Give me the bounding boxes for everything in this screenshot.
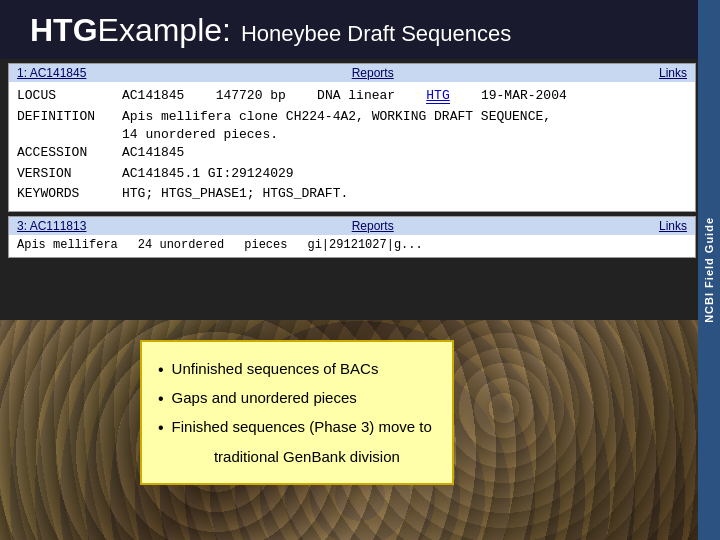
title-bar: HTG Example: Honeybee Draft Sequences (0, 0, 720, 59)
record-body-1: LOCUS AC141845 147720 bp DNA linear HTG … (9, 82, 695, 211)
record2-number-link[interactable]: 3: AC111813 (17, 219, 86, 233)
record-links-link[interactable]: Links (659, 66, 687, 80)
popup-item-2: • Gaps and unordered pieces (158, 385, 432, 412)
definition-label: DEFINITION (17, 107, 122, 127)
popup-text-3: Finished sequences (Phase 3) move to (172, 414, 432, 440)
popup-text-2: Gaps and unordered pieces (172, 385, 357, 411)
ncbi-label: NCBI Field Guide (703, 217, 715, 323)
title-htg: HTG (30, 12, 98, 49)
version-label: VERSION (17, 164, 122, 184)
title-example: Example: (98, 12, 231, 49)
keywords-row: KEYWORDS HTG; HTGS_PHASE1; HTGS_DRAFT. (17, 184, 687, 204)
popup-item-1: • Unfinished sequences of BACs (158, 356, 432, 383)
record2-col4: gi|29121027|g... (307, 238, 422, 252)
record-reports-link[interactable]: Reports (352, 66, 394, 80)
record-panel-1: 1: AC141845 Reports Links LOCUS AC141845… (8, 63, 696, 212)
popup-item-4: traditional GenBank division (158, 444, 432, 470)
record-panel-2: 3: AC111813 Reports Links Apis mellifera… (8, 216, 696, 258)
ncbi-sidebar: NCBI Field Guide (698, 0, 720, 540)
record2-col3: pieces (244, 238, 287, 252)
record2-col1: Apis mellifera (17, 238, 118, 252)
bullet-3: • (158, 414, 164, 441)
definition-value: Apis mellifera clone CH224-4A2, WORKING … (122, 107, 687, 127)
record2-links-link[interactable]: Links (659, 219, 687, 233)
locus-label: LOCUS (17, 86, 122, 106)
accession-label: ACCESSION (17, 143, 122, 163)
record-header-1: 1: AC141845 Reports Links (9, 64, 695, 82)
record-body-2: Apis mellifera 24 unordered pieces gi|29… (9, 235, 695, 255)
definition-continuation: 14 unordered pieces. (17, 127, 687, 142)
record-header-2: 3: AC111813 Reports Links (9, 217, 695, 235)
locus-row: LOCUS AC141845 147720 bp DNA linear HTG … (17, 86, 687, 106)
popup-item-3: • Finished sequences (Phase 3) move to (158, 414, 432, 441)
keywords-value: HTG; HTGS_PHASE1; HTGS_DRAFT. (122, 184, 687, 204)
record2-col2: 24 unordered (138, 238, 224, 252)
record2-reports-link[interactable]: Reports (352, 219, 394, 233)
accession-value: AC141845 (122, 143, 687, 163)
main-wrapper: HTG Example: Honeybee Draft Sequences 1:… (0, 0, 720, 540)
popup-text-1: Unfinished sequences of BACs (172, 356, 379, 382)
definition-row: DEFINITION Apis mellifera clone CH224-4A… (17, 107, 687, 127)
title-subtitle: Honeybee Draft Sequences (241, 21, 511, 47)
locus-bp: 147720 bp (216, 88, 286, 103)
record-number-link[interactable]: 1: AC141845 (17, 66, 86, 80)
locus-htg-link[interactable]: HTG (426, 88, 449, 104)
locus-accession: AC141845 (122, 88, 184, 103)
accession-row: ACCESSION AC141845 (17, 143, 687, 163)
popup-text-4: traditional GenBank division (214, 448, 400, 465)
popup-box: • Unfinished sequences of BACs • Gaps an… (140, 340, 454, 485)
locus-value: AC141845 147720 bp DNA linear HTG 19-MAR… (122, 86, 687, 106)
locus-type: DNA linear (317, 88, 395, 103)
locus-date: 19-MAR-2004 (481, 88, 567, 103)
keywords-label: KEYWORDS (17, 184, 122, 204)
bullet-1: • (158, 356, 164, 383)
version-value: AC141845.1 GI:29124029 (122, 164, 687, 184)
version-row: VERSION AC141845.1 GI:29124029 (17, 164, 687, 184)
bullet-2: • (158, 385, 164, 412)
